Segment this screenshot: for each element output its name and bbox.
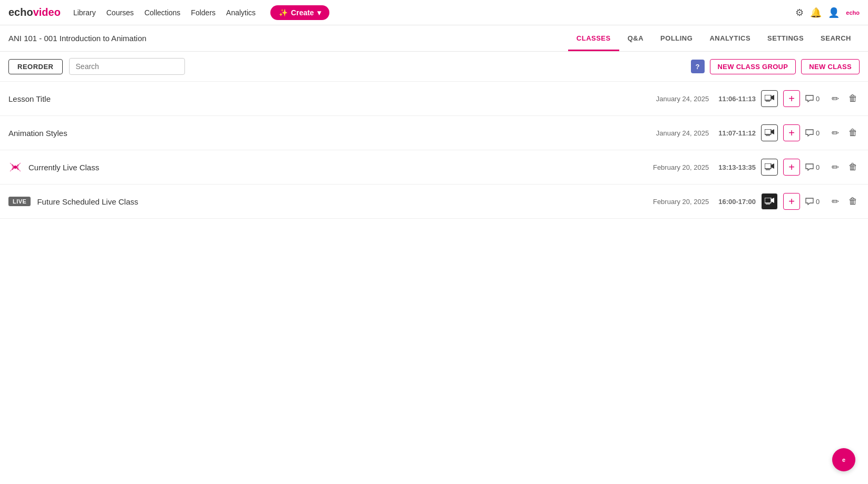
comment-count-3: 0 <box>805 163 824 171</box>
class-left-4: LIVE Future Scheduled Live Class <box>8 197 653 206</box>
class-title-1: Lesson Title <box>8 94 51 103</box>
course-title: ANI 101 - 001 Introduction to Animation <box>8 34 568 43</box>
nav-collections[interactable]: Collections <box>144 8 180 17</box>
tab-qa[interactable]: Q&A <box>619 27 652 51</box>
media-icon-2 <box>765 129 774 137</box>
media-button-4[interactable] <box>761 193 778 210</box>
live-badge: LIVE <box>8 197 31 206</box>
media-icon-3 <box>765 163 774 171</box>
add-button-4[interactable]: + <box>783 193 800 210</box>
edit-button-1[interactable]: ✏ <box>830 92 841 105</box>
class-title-4: Future Scheduled Live Class <box>37 197 138 206</box>
table-row: Currently Live Class February 20, 2025 1… <box>0 150 868 185</box>
class-right-2: January 24, 2025 11:07-11:12 + 0 ✏ 🗑 <box>656 124 860 141</box>
nav-analytics[interactable]: Analytics <box>226 8 256 17</box>
class-right-4: February 20, 2025 16:00-17:00 + 0 ✏ 🗑 <box>653 193 860 210</box>
comment-icon-1 <box>805 95 814 102</box>
nav-right: ⚙ 🔔 👤 echo <box>795 7 860 18</box>
toolbar-right: ? NEW CLASS GROUP NEW CLASS <box>691 59 860 74</box>
media-button-1[interactable] <box>761 90 778 107</box>
new-class-button[interactable]: NEW CLASS <box>801 59 860 74</box>
echo-brand-icon: echo <box>846 9 860 16</box>
class-left-3: Currently Live Class <box>8 162 653 172</box>
comment-icon-2 <box>805 129 814 137</box>
logo[interactable]: echovideo <box>8 6 61 18</box>
add-button-3[interactable]: + <box>783 159 800 176</box>
comment-icon-3 <box>805 163 814 171</box>
media-button-2[interactable] <box>761 124 778 141</box>
tab-analytics[interactable]: ANALYTICS <box>701 27 759 51</box>
svg-point-6 <box>14 166 17 169</box>
reorder-button[interactable]: REORDER <box>8 59 63 74</box>
comment-count-4: 0 <box>805 198 824 206</box>
media-button-3[interactable] <box>761 159 778 176</box>
top-nav: echovideo Library Courses Collections Fo… <box>0 0 868 25</box>
edit-button-2[interactable]: ✏ <box>830 127 841 140</box>
create-label: Create <box>291 8 314 17</box>
sub-nav: ANI 101 - 001 Introduction to Animation … <box>0 25 868 52</box>
comment-count-2: 0 <box>805 129 824 137</box>
nav-links: Library Courses Collections Folders Anal… <box>73 5 329 20</box>
delete-button-4[interactable]: 🗑 <box>846 195 860 208</box>
tab-classes[interactable]: CLASSES <box>568 27 619 51</box>
class-title-2: Animation Styles <box>8 129 67 138</box>
class-time-2: 11:07-11:12 <box>718 129 756 137</box>
table-row: LIVE Future Scheduled Live Class Februar… <box>0 185 868 219</box>
svg-rect-3 <box>765 129 771 134</box>
add-button-1[interactable]: + <box>783 90 800 107</box>
echo-logo-right: echo <box>846 9 860 16</box>
comment-icon-4 <box>805 198 814 205</box>
class-date-3: February 20, 2025 <box>653 163 709 171</box>
nav-folders[interactable]: Folders <box>191 8 216 17</box>
notifications-icon[interactable]: 🔔 <box>810 7 822 18</box>
table-row: Lesson Title January 24, 2025 11:06-11:1… <box>0 82 868 116</box>
svg-marker-8 <box>771 163 774 169</box>
delete-button-3[interactable]: 🗑 <box>846 161 860 173</box>
delete-button-2[interactable]: 🗑 <box>846 127 860 139</box>
sub-nav-tabs: CLASSES Q&A POLLING ANALYTICS SETTINGS S… <box>568 26 860 51</box>
new-class-group-button[interactable]: NEW CLASS GROUP <box>710 59 796 74</box>
class-date-1: January 24, 2025 <box>656 95 709 103</box>
help-button[interactable]: ? <box>691 60 705 73</box>
live-radio-icon <box>8 162 22 172</box>
delete-button-1[interactable]: 🗑 <box>846 92 860 105</box>
comment-count-1: 0 <box>805 95 824 103</box>
logo-echo-text: echo <box>8 6 33 18</box>
edit-button-4[interactable]: ✏ <box>830 195 841 208</box>
create-chevron-icon: ▾ <box>317 8 321 17</box>
search-input[interactable] <box>69 58 185 75</box>
svg-rect-0 <box>765 95 771 100</box>
class-title-3: Currently Live Class <box>28 163 99 172</box>
class-date-4: February 20, 2025 <box>653 198 709 206</box>
nav-courses[interactable]: Courses <box>106 8 134 17</box>
tab-settings[interactable]: SETTINGS <box>759 27 812 51</box>
svg-marker-1 <box>771 95 774 100</box>
user-icon[interactable]: 👤 <box>828 7 840 18</box>
tab-polling[interactable]: POLLING <box>652 27 701 51</box>
class-date-2: January 24, 2025 <box>656 129 709 137</box>
class-list: Lesson Title January 24, 2025 11:06-11:1… <box>0 82 868 219</box>
svg-rect-7 <box>765 163 771 169</box>
add-button-2[interactable]: + <box>783 124 800 141</box>
svg-marker-11 <box>771 198 774 203</box>
media-icon-1 <box>765 95 774 102</box>
nav-library[interactable]: Library <box>73 8 96 17</box>
table-row: Animation Styles January 24, 2025 11:07-… <box>0 116 868 150</box>
svg-rect-10 <box>765 198 771 203</box>
media-icon-4 <box>765 198 774 205</box>
class-time-1: 11:06-11:13 <box>718 95 756 103</box>
live-pulse-indicator <box>8 162 22 172</box>
class-left-1: Lesson Title <box>8 94 656 103</box>
settings-icon[interactable]: ⚙ <box>795 7 804 18</box>
class-time-4: 16:00-17:00 <box>718 198 756 206</box>
class-right-3: February 20, 2025 13:13-13:35 + 0 ✏ 🗑 <box>653 159 860 176</box>
create-icon: ✨ <box>279 8 288 17</box>
create-button[interactable]: ✨ Create ▾ <box>270 5 329 20</box>
class-time-3: 13:13-13:35 <box>718 163 756 171</box>
class-right-1: January 24, 2025 11:06-11:13 + 0 ✏ 🗑 <box>656 90 860 107</box>
edit-button-3[interactable]: ✏ <box>830 161 841 174</box>
tab-search[interactable]: SEARCH <box>812 27 860 51</box>
class-left-2: Animation Styles <box>8 129 656 138</box>
toolbar: REORDER ? NEW CLASS GROUP NEW CLASS <box>0 52 868 82</box>
svg-marker-4 <box>771 129 774 134</box>
